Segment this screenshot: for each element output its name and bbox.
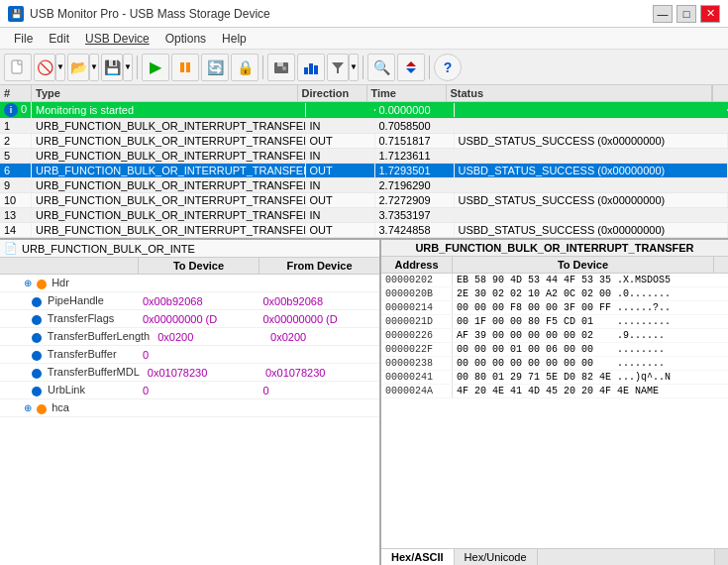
close-button[interactable]: ✕	[700, 5, 720, 23]
col-header-num: #	[0, 85, 32, 101]
help-button[interactable]: ?	[434, 54, 462, 81]
hex-addr: 00000241	[381, 371, 453, 384]
hex-area[interactable]: 00000202 EB 58 90 4D 53 44 4F 53 35 .X.M…	[381, 274, 728, 548]
tree-item-hca[interactable]: ⊕ hca	[0, 399, 379, 417]
hex-addr: 0000022F	[381, 343, 453, 356]
expand-hca-icon[interactable]: ⊕	[24, 402, 32, 413]
cell-num: 9	[0, 178, 32, 192]
cell-dir: OUT	[306, 193, 375, 207]
cell-time: 1.7123611	[375, 149, 455, 163]
table-row[interactable]: 10 URB_FUNCTION_BULK_OR_INTERRUPT_TRANSF…	[0, 193, 728, 208]
hex-data: 00 00 00 F8 00 00 3F 00 FF ......?..	[453, 301, 728, 314]
cell-status: USBD_STATUS_SUCCESS (0x00000000)	[455, 164, 729, 177]
tree-item-transferbuffer[interactable]: TransferBuffer 0	[0, 346, 379, 364]
table-row[interactable]: i 0 Monitoring is started 0.0000000	[0, 102, 728, 119]
search-button[interactable]: 🔍	[367, 54, 395, 81]
svg-marker-11	[406, 68, 416, 73]
tblen-to: 0x0200	[154, 330, 266, 344]
cell-time: 0.7058500	[375, 119, 455, 133]
cell-status	[455, 125, 729, 127]
tblen-from: 0x0200	[266, 330, 379, 344]
left-header-to: To Device	[139, 258, 260, 274]
table-row[interactable]: 5 URB_FUNCTION_BULK_OR_INTERRUPT_TRANSFE…	[0, 149, 728, 164]
urblink-to: 0	[139, 384, 260, 397]
filter-dropdown[interactable]: ▼	[327, 54, 359, 81]
hex-row: 0000021D 00 1F 00 00 80 F5 CD 01 .......…	[381, 315, 728, 329]
prop-label-transferbuffer: TransferBuffer	[0, 347, 139, 361]
tree-item-transferflags[interactable]: TransferFlags 0x00000000 (D 0x00000000 (…	[0, 310, 379, 328]
hex-row: 00000202 EB 58 90 4D 53 44 4F 53 35 .X.M…	[381, 274, 728, 287]
tab-hex-ascii[interactable]: Hex/ASCII	[381, 549, 455, 565]
left-header-from: From Device	[260, 258, 379, 274]
tree-item-transferbufferlength[interactable]: TransferBufferLength 0x0200 0x0200	[0, 328, 379, 346]
save-button[interactable]: 💾	[101, 54, 123, 81]
scrollbar-placeholder	[714, 257, 728, 273]
filter-button[interactable]	[327, 54, 349, 81]
hdr-to	[139, 282, 260, 284]
minimize-button[interactable]: —	[653, 5, 673, 23]
tree-item-pipehandle[interactable]: PipeHandle 0x00b92068 0x00b92068	[0, 292, 379, 310]
pipehandle-to: 0x00b92068	[139, 294, 260, 308]
tree-container: ⊕ Hdr PipeHandle 0x00b92068 0x00b92068	[0, 275, 379, 417]
title-bar-controls[interactable]: — □ ✕	[653, 5, 720, 23]
table-top: # Type Direction Time Status i 0 Monitor…	[0, 85, 728, 240]
toolbar: 🚫 ▼ 📂 ▼ 💾 ▼ ▶ 🔄 🔒 ▼ 🔍 ?	[0, 50, 728, 85]
tab-hex-unicode[interactable]: Hex/Unicode	[455, 549, 538, 565]
stop-arrow[interactable]: ▼	[55, 54, 65, 81]
col-header-status: Status	[447, 85, 713, 101]
menu-usb-device[interactable]: USB Device	[77, 30, 157, 48]
expand-icon[interactable]: ⊕	[24, 278, 32, 288]
cell-dir: IN	[306, 178, 375, 192]
cell-type: URB_FUNCTION_BULK_OR_INTERRUPT_TRANSFER	[32, 193, 306, 207]
urblink-icon	[32, 387, 42, 396]
right-panel-footer: Hex/ASCII Hex/Unicode	[381, 548, 728, 565]
table-row[interactable]: 9 URB_FUNCTION_BULK_OR_INTERRUPT_TRANSFE…	[0, 178, 728, 193]
open-arrow[interactable]: ▼	[89, 54, 99, 81]
cell-type: Monitoring is started	[32, 103, 306, 117]
separator-1	[137, 56, 138, 79]
tree-item-hdr[interactable]: ⊕ Hdr	[0, 275, 379, 292]
open-button[interactable]: 📂	[67, 54, 89, 81]
play-button[interactable]: ▶	[142, 54, 169, 81]
table-row[interactable]: 1 URB_FUNCTION_BULK_OR_INTERRUPT_TRANSFE…	[0, 119, 728, 134]
right-header-data: To Device	[453, 257, 714, 273]
cell-type: URB_FUNCTION_BULK_OR_INTERRUPT_TRANSFER	[32, 149, 306, 163]
stop-button[interactable]: 🚫	[34, 54, 55, 81]
tree-item-urblink[interactable]: UrbLink 0 0	[0, 382, 379, 399]
pause-button[interactable]	[171, 54, 199, 81]
save-arrow[interactable]: ▼	[123, 54, 133, 81]
table-row[interactable]: 2 URB_FUNCTION_BULK_OR_INTERRUPT_TRANSFE…	[0, 134, 728, 149]
menu-help[interactable]: Help	[214, 30, 255, 48]
menu-edit[interactable]: Edit	[41, 30, 77, 48]
menu-file[interactable]: File	[6, 30, 41, 48]
cell-dir: OUT	[306, 223, 375, 237]
stop-dropdown[interactable]: 🚫 ▼	[34, 54, 65, 81]
tree-item-transferbuffermdl[interactable]: TransferBufferMDL 0x01078230 0x01078230	[0, 364, 379, 382]
table-row[interactable]: 6 URB_FUNCTION_BULK_OR_INTERRUPT_TRANSFE…	[0, 164, 728, 178]
maximize-button[interactable]: □	[676, 5, 696, 23]
svg-rect-4	[277, 62, 283, 66]
chart-button[interactable]	[297, 54, 325, 81]
hex-row: 00000238 00 00 00 00 00 00 00 00 .......…	[381, 357, 728, 371]
disk-button[interactable]	[267, 54, 295, 81]
hex-addr: 00000214	[381, 301, 453, 314]
svg-marker-10	[406, 61, 416, 66]
filter-arrow[interactable]: ▼	[349, 54, 359, 81]
new-button[interactable]	[4, 54, 32, 81]
hex-row: 00000241 00 80 01 29 71 5E D0 82 4E ...)…	[381, 371, 728, 385]
menu-options[interactable]: Options	[157, 30, 214, 48]
hdr-label: Hdr	[52, 277, 69, 288]
save-dropdown[interactable]: 💾 ▼	[101, 54, 133, 81]
footer-scroll[interactable]	[714, 549, 728, 565]
lock-button[interactable]: 🔒	[231, 54, 259, 81]
updown-button[interactable]	[397, 54, 425, 81]
refresh-button[interactable]: 🔄	[201, 54, 229, 81]
transferflags-from: 0x00000000 (D	[260, 312, 380, 326]
table-header: # Type Direction Time Status	[0, 85, 728, 102]
table-row[interactable]: 14 URB_FUNCTION_BULK_OR_INTERRUPT_TRANSF…	[0, 223, 728, 238]
prop-label-transferbufferlength: TransferBufferLength	[0, 329, 154, 343]
cell-num: i 0	[0, 102, 32, 118]
table-row[interactable]: 13 URB_FUNCTION_BULK_OR_INTERRUPT_TRANSF…	[0, 208, 728, 223]
open-dropdown[interactable]: 📂 ▼	[67, 54, 99, 81]
left-panel-header: To Device From Device	[0, 258, 379, 275]
